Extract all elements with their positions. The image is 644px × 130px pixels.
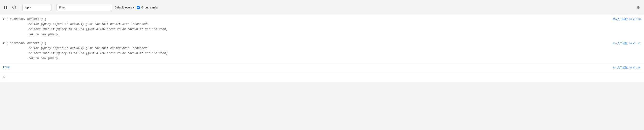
gear-icon: ⚙ — [637, 5, 640, 10]
code-line: f ( selector, context ) { — [3, 17, 644, 22]
code-line: // The jQuery object is actually just th… — [3, 46, 644, 51]
play-button[interactable] — [2, 4, 9, 11]
levels-button[interactable]: Default levels ▾ — [114, 4, 135, 11]
entry-content: true — [3, 65, 644, 70]
context-selector[interactable]: top ▾ — [22, 4, 52, 11]
source-link-3[interactable]: 03-入口函数.html:18 — [612, 66, 640, 69]
levels-label: Default levels — [114, 6, 132, 9]
divider-1 — [20, 4, 20, 10]
console-entry: f ( selector, context ) { // The jQuery … — [0, 39, 644, 63]
svg-rect-1 — [6, 6, 7, 9]
code-line: // The jQuery object is actually just th… — [3, 22, 644, 26]
code-line: // Need init if jQuery is called (just a… — [3, 27, 644, 32]
svg-line-3 — [13, 6, 15, 9]
prompt-icon: > — [3, 76, 5, 79]
svg-rect-0 — [4, 6, 5, 9]
group-similar-checkbox[interactable] — [137, 6, 140, 9]
code-line: // Need init if jQuery is called (just a… — [3, 51, 644, 56]
console-output: f ( selector, context ) { // The jQuery … — [0, 15, 644, 73]
source-link-1[interactable]: 03-入口函数.html:16 — [612, 18, 640, 21]
console-entry: f ( selector, context ) { // The jQuery … — [0, 15, 644, 39]
levels-arrow: ▾ — [133, 6, 134, 9]
group-similar-label[interactable]: Group similar — [137, 6, 158, 9]
divider-2 — [54, 4, 54, 10]
prompt-input[interactable] — [6, 76, 644, 79]
console-prompt: > — [0, 73, 644, 82]
code-line: true — [3, 65, 644, 70]
block-button[interactable] — [11, 4, 18, 11]
filter-input[interactable] — [56, 4, 112, 11]
context-value: top — [25, 6, 29, 9]
code-line: return new jQuery… — [3, 32, 644, 37]
code-line: return new jQuery… — [3, 56, 644, 61]
console-toolbar: top ▾ Default levels ▾ Group similar ⚙ — [0, 0, 644, 15]
console-entry: true 03-入口函数.html:18 — [0, 63, 644, 73]
settings-button[interactable]: ⚙ — [635, 4, 642, 11]
entry-content: f ( selector, context ) { // The jQuery … — [3, 41, 644, 61]
entry-content: f ( selector, context ) { // The jQuery … — [3, 17, 644, 37]
group-similar-text: Group similar — [141, 6, 158, 9]
source-link-2[interactable]: 03-入口函数.html:17 — [612, 42, 640, 45]
context-arrow: ▾ — [30, 6, 32, 9]
code-line: f ( selector, context ) { — [3, 41, 644, 46]
